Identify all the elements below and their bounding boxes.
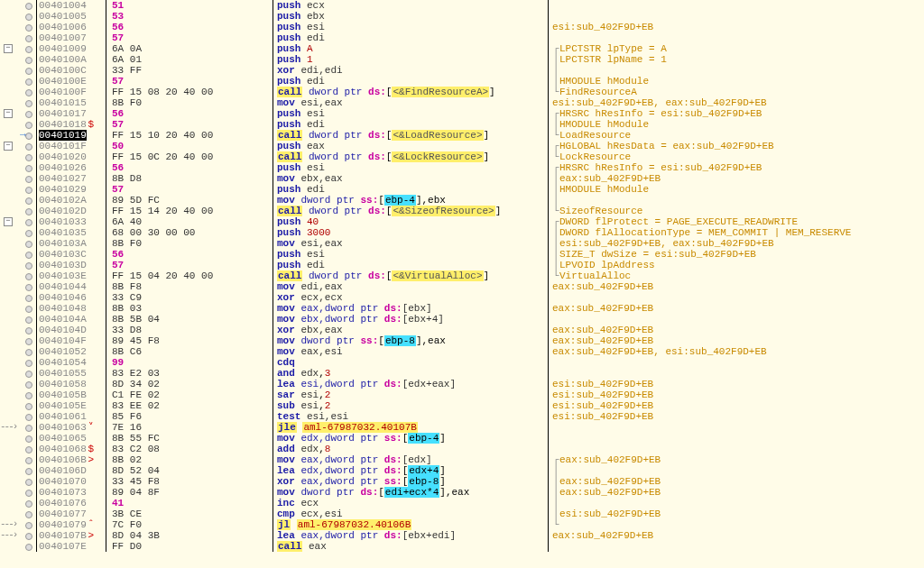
address-cell[interactable]: 00401007 (37, 32, 106, 43)
breakpoint-dot[interactable] (25, 187, 32, 194)
breakpoint-dot[interactable] (25, 176, 32, 183)
breakpoint-dot[interactable] (25, 133, 32, 140)
breakpoint-dot[interactable] (25, 197, 32, 205)
fold-icon[interactable]: − (4, 109, 13, 118)
breakpoint-dot[interactable] (25, 24, 32, 32)
address-cell[interactable]: 00401073 (37, 487, 106, 498)
disasm-cell[interactable]: push edi (273, 76, 549, 87)
breakpoint-dot[interactable] (25, 468, 32, 475)
address-cell[interactable]: 00401063˅ (37, 422, 106, 433)
disasm-cell[interactable]: push eax (273, 141, 549, 151)
breakpoint-dot[interactable] (25, 241, 32, 248)
address-cell[interactable]: 0040107E (37, 541, 106, 552)
fold-icon[interactable]: − (4, 44, 13, 53)
disasm-cell[interactable]: call dword ptr ds:[<&LoadResource>] (273, 130, 549, 141)
disasm-cell[interactable]: call dword ptr ds:[<&LockResource>] (273, 151, 549, 162)
address-cell[interactable]: 00401068$ (37, 444, 106, 454)
disasm-cell[interactable]: mov eax,dword ptr ds:[edx] (273, 454, 549, 465)
address-cell[interactable]: 00401076 (37, 498, 106, 508)
breakpoint-dot[interactable] (25, 3, 32, 10)
breakpoint-dot[interactable] (25, 403, 32, 410)
breakpoint-dot[interactable] (25, 316, 32, 324)
breakpoint-dot[interactable] (25, 446, 32, 453)
disasm-cell[interactable]: jle aml-67987032.40107B (273, 422, 549, 433)
disasm-cell[interactable]: xor ecx,ecx (273, 292, 549, 303)
address-cell[interactable]: 0040106D (37, 465, 106, 476)
breakpoint-dot[interactable] (25, 14, 32, 21)
breakpoint-dot[interactable] (25, 295, 32, 302)
address-cell[interactable]: 0040105B (37, 389, 106, 400)
disasm-cell[interactable]: push ecx (273, 0, 549, 11)
breakpoint-dot[interactable] (25, 273, 32, 280)
breakpoint-dot[interactable] (25, 165, 32, 172)
address-cell[interactable]: 0040103D (37, 260, 106, 270)
address-cell[interactable]: 00401027 (37, 173, 106, 184)
breakpoint-dot[interactable] (25, 208, 32, 215)
disasm-cell[interactable]: test esi,esi (273, 411, 549, 422)
address-cell[interactable]: 0040103C (37, 249, 106, 260)
address-cell[interactable]: 0040100E (37, 76, 106, 87)
disasm-cell[interactable]: push esi (273, 162, 549, 173)
breakpoint-dot[interactable] (25, 306, 32, 313)
disasm-cell[interactable]: push edi (273, 32, 549, 43)
disasm-cell[interactable]: push edi (273, 119, 549, 130)
address-cell[interactable]: 00401006 (37, 22, 106, 32)
breakpoint-dot[interactable] (25, 533, 32, 540)
address-cell[interactable]: 0040106B> (37, 454, 106, 465)
disasm-cell[interactable]: call dword ptr ds:[<&VirtualAlloc>] (273, 270, 549, 281)
address-cell[interactable]: 0040105E (37, 400, 106, 411)
disasm-cell[interactable]: xor ebx,eax (273, 325, 549, 335)
breakpoint-dot[interactable] (25, 522, 32, 529)
breakpoint-dot[interactable] (25, 457, 32, 464)
address-cell[interactable]: 0040104F (37, 335, 106, 346)
disasm-cell[interactable]: push A (273, 43, 549, 54)
breakpoint-dot[interactable] (25, 284, 32, 291)
disasm-cell[interactable]: push edi (273, 260, 549, 270)
disasm-cell[interactable]: push esi (273, 108, 549, 119)
disasm-cell[interactable]: inc ecx (273, 498, 549, 508)
disasm-cell[interactable]: cdq (273, 357, 549, 368)
breakpoint-dot[interactable] (25, 68, 32, 75)
breakpoint-dot[interactable] (25, 414, 32, 421)
disasm-cell[interactable]: push esi (273, 249, 549, 260)
address-cell[interactable]: 00401046 (37, 292, 106, 303)
address-cell[interactable]: 0040100C (37, 65, 106, 76)
address-cell[interactable]: 00401058 (37, 379, 106, 389)
address-cell[interactable]: 0040102D (37, 206, 106, 216)
breakpoint-dot[interactable] (25, 327, 32, 334)
address-cell[interactable]: 00401015 (37, 97, 106, 108)
disasm-cell[interactable]: mov edi,eax (273, 281, 549, 292)
address-cell[interactable]: 0040102A (37, 195, 106, 206)
disasm-cell[interactable]: mov ebx,eax (273, 173, 549, 184)
address-cell[interactable]: 00401026 (37, 162, 106, 173)
address-cell[interactable]: 00401048 (37, 303, 106, 314)
address-cell[interactable]: 0040100A (37, 54, 106, 65)
address-cell[interactable]: 0040103A (37, 238, 106, 249)
disasm-cell[interactable]: mov ebx,dword ptr ds:[ebx+4] (273, 314, 549, 325)
breakpoint-dot[interactable] (25, 89, 32, 96)
address-cell[interactable]: 00401052 (37, 346, 106, 357)
breakpoint-dot[interactable] (25, 360, 32, 367)
disasm-cell[interactable]: lea eax,dword ptr ds:[ebx+edi] (273, 530, 549, 541)
breakpoint-dot[interactable] (25, 511, 32, 518)
breakpoint-dot[interactable] (25, 46, 32, 53)
disasm-cell[interactable]: push 3000 (273, 227, 549, 238)
breakpoint-dot[interactable] (25, 154, 32, 161)
disasm-cell[interactable]: mov dword ptr ds:[edi+ecx*4],eax (273, 487, 549, 498)
disasm-cell[interactable]: mov dword ptr ss:[ebp-8],eax (273, 335, 549, 346)
disasm-cell[interactable]: sar esi,2 (273, 389, 549, 400)
address-cell[interactable]: 0040107B> (37, 530, 106, 541)
disasm-cell[interactable]: push 1 (273, 54, 549, 65)
breakpoint-dot[interactable] (25, 100, 32, 107)
breakpoint-dot[interactable] (25, 425, 32, 432)
disasm-cell[interactable]: xor eax,dword ptr ss:[ebp-8] (273, 476, 549, 487)
address-cell[interactable]: 00401035 (37, 227, 106, 238)
fold-icon[interactable]: − (4, 142, 13, 151)
breakpoint-dot[interactable] (25, 143, 32, 151)
disasm-cell[interactable]: xor edi,edi (273, 65, 549, 76)
breakpoint-dot[interactable] (25, 252, 32, 259)
address-cell[interactable]: 00401054 (37, 357, 106, 368)
disasm-cell[interactable]: sub esi,2 (273, 400, 549, 411)
address-cell[interactable]: 00401033 (37, 216, 106, 227)
breakpoint-dot[interactable] (25, 35, 32, 42)
